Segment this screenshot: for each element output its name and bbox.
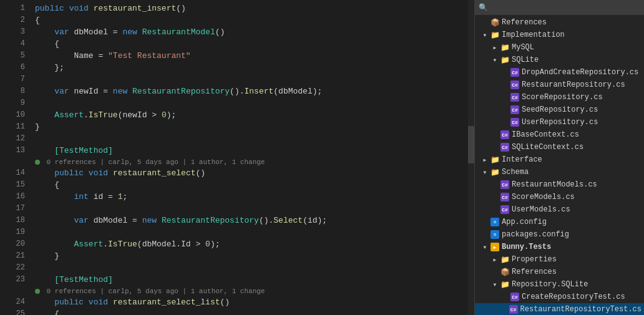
folder-icon: 📁 (500, 55, 510, 65)
item-label: MySQL (512, 43, 534, 52)
item-label: References (502, 18, 547, 27)
line-number: 2 (5, 14, 25, 26)
code-editor[interactable]: 1public void restaurant_insert()2{3 var … (0, 0, 474, 315)
vertical-scrollbar[interactable] (468, 0, 474, 315)
code-line: 8 var newId = new RestaurantRepository()… (0, 85, 474, 97)
code-line: 7 (0, 74, 474, 85)
tree-item-interface[interactable]: 📁 Interface (475, 153, 644, 166)
chevron-icon (490, 279, 500, 289)
line-number: 3 (5, 26, 25, 38)
code-line: 24 public void restaurant_select_list() (0, 296, 474, 308)
line-number: 18 (5, 215, 25, 226)
line-number: 25 (5, 308, 25, 315)
code-line: 15 { (0, 179, 474, 191)
explorer-search-bar[interactable]: 🔍 (475, 0, 644, 15)
folder-icon: 📁 (490, 155, 500, 165)
code-line: 1public void restaurant_insert() (0, 2, 474, 14)
chevron-icon (490, 254, 500, 264)
tree-item-repositorysqlite[interactable]: 📁 Repository.SQLite (475, 278, 644, 291)
tree-item-ibasecontext[interactable]: ▶ C# IBaseContext.cs (475, 128, 644, 141)
line-number: 24 (5, 296, 25, 308)
tree-item-schema[interactable]: 📁 Schema (475, 166, 644, 178)
line-number: 12 (5, 133, 25, 145)
tree-item-restaurantrepotest[interactable]: ▶ C# RestaurantRepositoryTest.cs (475, 303, 644, 315)
tree-item-references2[interactable]: ▶ 📦 References (475, 266, 644, 278)
tree-item-seedrepo[interactable]: ▶ C# SeedRepository.cs (475, 104, 644, 116)
tree-item-restaurantrepo[interactable]: ▶ C# RestaurantRepository.cs (475, 79, 644, 91)
chevron-icon (480, 30, 490, 40)
folder-icon: 📁 (490, 167, 500, 177)
cs-file-icon: C# (510, 105, 520, 115)
tree-item-sqlite[interactable]: 📁 SQLite (475, 54, 644, 66)
line-number: 5 (5, 50, 25, 62)
item-label: App.config (502, 218, 547, 226)
cs-file-icon: C# (500, 205, 510, 215)
code-line: 4 { (0, 38, 474, 50)
chevron-icon (490, 55, 500, 65)
item-label: RestaurantRepositoryTest.cs (520, 305, 642, 314)
line-content: public void restaurant_insert() (35, 2, 469, 14)
line-number: 13 (5, 145, 25, 157)
folder-icon: 📁 (500, 254, 510, 264)
tree-item-restaurantmodels[interactable]: ▶ C# RestaurantModels.cs (475, 178, 644, 191)
item-label: Implementation (502, 31, 565, 39)
item-label: Interface (502, 155, 542, 164)
search-input[interactable] (490, 3, 640, 12)
cs-file-icon: C# (510, 92, 520, 102)
tree-item-properties[interactable]: 📁 Properties (475, 253, 644, 266)
tree-item-sqlitecontext[interactable]: ▶ C# SQLiteContext.cs (475, 141, 644, 153)
line-content: var dbModel = new RestaurantModel() (35, 26, 469, 38)
cs-file-icon: C# (509, 304, 519, 314)
line-number: 10 (5, 109, 25, 121)
line-content: int id = 1; (35, 191, 469, 203)
chevron-icon (480, 167, 490, 177)
cs-file-icon: C# (510, 80, 520, 90)
code-line: 18 var dbModel = new RestaurantRepositor… (0, 215, 474, 226)
code-line: 16 int id = 1; (0, 191, 474, 203)
line-number: 7 (5, 74, 25, 85)
line-number: 8 (5, 85, 25, 97)
code-line: 9 (0, 97, 474, 109)
cs-file-icon: C# (500, 142, 510, 152)
cs-file-icon: C# (500, 180, 510, 190)
item-label: RestaurantModels.cs (512, 180, 597, 189)
tree-item-scorerepo[interactable]: ▶ C# ScoreRepository.cs (475, 91, 644, 104)
tree-item-appconfig[interactable]: ▶ ⚙ App.config (475, 216, 644, 228)
code-line: 25 { (0, 308, 474, 315)
tree-item-scoremodels[interactable]: ▶ C# ScoreModels.cs (475, 191, 644, 203)
tree-item-userrepo[interactable]: ▶ C# UserRepository.cs (475, 116, 644, 128)
code-line: 20 Assert.IsTrue(dbModel.Id > 0); (0, 238, 474, 250)
line-content: [TestMethod] (35, 274, 469, 286)
line-number: 14 (5, 167, 25, 179)
line-number: 23 (5, 274, 25, 286)
tree-item-bunnytests[interactable]: ▶ Bunny.Tests (475, 241, 644, 253)
chevron-icon (490, 42, 500, 52)
tree-item-dropandcreate[interactable]: ▶ C# DropAndCreateRepository.cs (475, 66, 644, 79)
tree-item-references-top[interactable]: ▶ 📦 References (475, 16, 644, 29)
tree-item-mysql[interactable]: 📁 MySQL (475, 41, 644, 54)
item-label: SeedRepository.cs (522, 105, 598, 114)
line-number: 20 (5, 238, 25, 250)
line-content: { (35, 179, 469, 191)
item-label: UserModels.cs (512, 205, 570, 214)
reference-icon: 📦 (500, 267, 510, 277)
chevron-icon (480, 155, 490, 165)
tree-item-packages[interactable]: ▶ ⚙ packages.config (475, 228, 644, 241)
line-content: } (35, 121, 469, 133)
tree-item-createrepositorytest[interactable]: ▶ C# CreateRepositoryTest.cs (475, 291, 644, 303)
code-line: 5 Name = "Test Restaurant" (0, 50, 474, 62)
line-content: { (35, 38, 469, 50)
line-number: 19 (5, 226, 25, 238)
tree-item-usermodels[interactable]: ▶ C# UserModels.cs (475, 203, 644, 216)
line-number: 16 (5, 191, 25, 203)
code-line: 14 public void restaurant_select() (0, 167, 474, 179)
item-label: ScoreModels.cs (512, 193, 575, 201)
config-file-icon: ⚙ (490, 230, 500, 240)
code-line: 22 (0, 262, 474, 274)
line-number: 11 (5, 121, 25, 133)
scrollbar-thumb[interactable] (468, 126, 474, 163)
file-tree: ▶ 📦 References 📁 Implementation 📁 MySQL … (475, 15, 644, 315)
item-label: RestaurantRepository.cs (522, 80, 625, 89)
code-line: 11} (0, 121, 474, 133)
tree-item-implementation[interactable]: 📁 Implementation (475, 29, 644, 41)
